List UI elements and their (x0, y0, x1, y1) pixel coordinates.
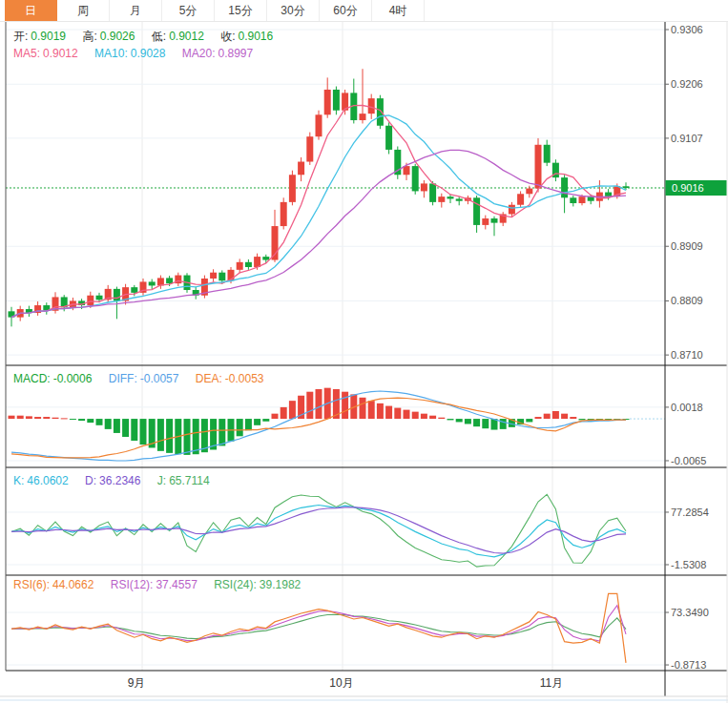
kdj-pane (11, 494, 626, 567)
rsi6-value: 44.0662 (52, 578, 94, 591)
chart-canvas[interactable]: 0.93060.92060.91070.89090.88090.87100.00… (0, 0, 728, 703)
tab-4[interactable]: 15分 (215, 0, 267, 21)
k-label: K: (13, 474, 24, 487)
ma20-label: MA20: (182, 47, 216, 60)
rsi6-label: RSI(6): (13, 578, 50, 591)
ma10-line (11, 115, 626, 318)
axis-label: 77.2854 (671, 507, 709, 518)
rsi6-line (11, 593, 626, 663)
x-axis-label: 9月 (128, 676, 146, 690)
rsi-pane (11, 593, 626, 663)
axis-label: -0.0065 (671, 455, 706, 466)
diff-value: -0.0057 (140, 372, 179, 385)
diff-label: DIFF: (109, 372, 137, 385)
high-value: 0.9026 (100, 30, 135, 43)
macd-label: MACD: (13, 372, 51, 385)
candlesticks (9, 69, 630, 326)
tab-5[interactable]: 30分 (267, 0, 320, 21)
timeframe-tabbar: 日周月5分15分30分60分4时 (0, 0, 728, 22)
j-label: J: (157, 474, 166, 487)
price-tag: 0.9016 (666, 180, 727, 196)
low-value: 0.9012 (169, 30, 204, 43)
d-label: D: (85, 474, 96, 487)
open-value: 0.9019 (31, 30, 66, 43)
x-axis-label: 11月 (540, 676, 563, 690)
ma5-label: MA5: (13, 47, 40, 60)
main-ohlc-header: 开:0.9019 高:0.9026 低:0.9012 收:0.9016 (13, 29, 276, 45)
axis-label: 0.8710 (671, 349, 703, 361)
high-label: 高: (82, 30, 96, 43)
k-line (11, 506, 626, 557)
k-value: 46.0602 (27, 474, 68, 487)
j-value: 65.7114 (169, 474, 210, 487)
axis-label: -0.8713 (671, 659, 706, 671)
x-axis-labels: 9月10月11月 (128, 676, 564, 690)
axis-label: 0.9206 (671, 78, 703, 90)
open-label: 开: (13, 30, 28, 43)
axis-label: 73.3490 (671, 607, 709, 618)
trading-chart-app: 日周月5分15分30分60分4时 0.93060.92060.91070.890… (0, 0, 728, 703)
macd-header: MACD:-0.0006 DIFF:-0.0057 DEA:-0.0053 (13, 372, 266, 385)
axis-label: 0.9107 (671, 133, 703, 144)
macd-value: -0.0006 (53, 372, 93, 385)
rsi12-value: 37.4557 (156, 578, 197, 591)
rsi-header: RSI(6):44.0662 RSI(12):37.4557 RSI(24):3… (13, 578, 303, 591)
macd-pane (9, 388, 666, 461)
rsi12-label: RSI(12): (111, 578, 154, 591)
y-axis-labels: 0.93060.92060.91070.89090.88090.87100.00… (665, 24, 709, 671)
ma10-label: MA10: (94, 47, 128, 60)
gridlines (6, 22, 665, 671)
ma5-value: 0.9012 (43, 47, 78, 60)
tab-7[interactable]: 4时 (372, 0, 425, 21)
close-value: 0.9016 (239, 30, 274, 43)
dea-value: -0.0053 (225, 372, 264, 385)
x-axis-label: 10月 (329, 676, 353, 690)
rsi24-value: 39.1982 (260, 578, 301, 591)
ma20-line (11, 150, 626, 317)
rsi12-line (11, 606, 626, 641)
tab-6[interactable]: 60分 (320, 0, 372, 21)
close-label: 收: (220, 30, 235, 43)
tab-0[interactable]: 日 (5, 0, 57, 21)
dea-label: DEA: (196, 372, 222, 385)
tab-3[interactable]: 5分 (162, 0, 215, 21)
ma-header: MA5:0.9012 MA10:0.9028 MA20:0.8997 (13, 47, 256, 60)
price-tag-value: 0.9016 (672, 182, 704, 194)
low-label: 低: (152, 30, 166, 43)
axis-label: -1.5308 (671, 559, 706, 570)
tab-2[interactable]: 月 (110, 0, 162, 21)
axis-label: 0.8809 (671, 295, 703, 306)
tab-1[interactable]: 周 (57, 0, 110, 21)
d-value: 36.2346 (99, 474, 140, 487)
ma10-value: 0.9028 (131, 47, 166, 60)
axis-label: 0.8909 (671, 240, 703, 252)
kdj-header: K:46.0602 D:36.2346 J:65.7114 (13, 474, 213, 487)
ma20-value: 0.8997 (218, 47, 253, 60)
rsi24-label: RSI(24): (214, 578, 257, 591)
axis-label: 0.9306 (671, 24, 703, 35)
axis-label: 0.0018 (671, 402, 703, 413)
